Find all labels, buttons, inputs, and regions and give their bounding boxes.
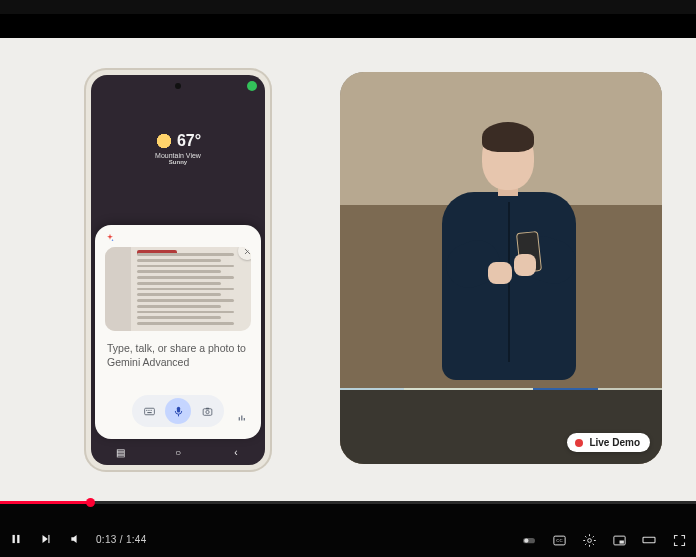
equalizer-icon[interactable] [237, 413, 247, 423]
svg-rect-11 [241, 416, 242, 421]
progress-scrubber[interactable] [86, 498, 95, 507]
photo-table-rows [137, 253, 242, 325]
microphone-button[interactable] [165, 398, 191, 424]
weather-widget: 67° Mountain View Sunny [91, 131, 265, 165]
svg-rect-23 [643, 537, 655, 542]
sun-icon [155, 132, 173, 150]
settings-button[interactable] [580, 531, 598, 549]
svg-point-8 [205, 410, 208, 413]
android-nav-bar: ▤ ○ ‹ [91, 443, 265, 461]
closed-captions-button[interactable]: CC [550, 531, 568, 549]
time-total: 1:44 [126, 534, 147, 545]
miniplayer-button[interactable] [610, 531, 628, 549]
svg-rect-10 [239, 417, 240, 420]
keyboard-button[interactable] [136, 398, 162, 424]
back-button[interactable]: ‹ [227, 447, 245, 458]
phone-screen: 67° Mountain View Sunny [91, 75, 265, 465]
svg-rect-4 [147, 412, 151, 413]
svg-rect-13 [13, 535, 15, 543]
live-demo-panel: Live Demo [340, 72, 662, 464]
gemini-prompt-placeholder[interactable]: Type, talk, or share a photo to Gemini A… [107, 341, 249, 369]
svg-rect-12 [244, 418, 245, 421]
svg-rect-0 [144, 408, 154, 415]
progress-played [0, 501, 90, 504]
play-pause-button[interactable] [6, 529, 26, 549]
recents-button[interactable]: ▤ [111, 447, 129, 458]
camera-punchhole [175, 83, 181, 89]
svg-rect-14 [17, 535, 19, 543]
battery-indicator-icon [247, 81, 257, 91]
gemini-sheet: Type, talk, or share a photo to Gemini A… [95, 225, 261, 439]
svg-text:CC: CC [556, 538, 562, 543]
right-controls: CC [520, 531, 688, 549]
home-button[interactable]: ○ [169, 447, 187, 458]
svg-point-20 [587, 538, 591, 542]
time-current: 0:13 [96, 534, 117, 545]
svg-rect-9 [205, 407, 208, 409]
svg-point-17 [524, 539, 528, 543]
presenter-figure [426, 122, 594, 402]
video-player: 67° Mountain View Sunny [0, 0, 696, 557]
svg-rect-5 [176, 406, 179, 412]
weather-condition: Sunny [91, 159, 265, 165]
temperature-value: 67° [177, 132, 201, 149]
video-frame: 67° Mountain View Sunny [0, 38, 696, 502]
time-display: 0:13 / 1:44 [96, 534, 147, 545]
phone-mockup: 67° Mountain View Sunny [84, 68, 272, 472]
svg-rect-7 [203, 408, 212, 415]
svg-rect-22 [619, 540, 623, 543]
svg-rect-15 [48, 535, 49, 543]
attached-photo-thumbnail[interactable] [105, 247, 251, 331]
svg-rect-2 [148, 409, 149, 410]
live-demo-label: Live Demo [589, 437, 640, 448]
camera-button[interactable] [194, 398, 220, 424]
svg-rect-1 [146, 409, 147, 410]
weather-location: Mountain View [91, 152, 265, 159]
titlebar-region [0, 0, 696, 14]
sparkle-icon [105, 233, 115, 243]
autoplay-toggle[interactable] [520, 531, 538, 549]
left-controls: 0:13 / 1:44 [6, 529, 147, 549]
record-dot-icon [575, 439, 583, 447]
next-button[interactable] [36, 529, 56, 549]
player-controls-bar: 0:13 / 1:44 CC [0, 501, 696, 557]
theater-button[interactable] [640, 531, 658, 549]
input-mode-pill [132, 395, 224, 427]
progress-track[interactable] [0, 501, 696, 504]
volume-button[interactable] [66, 529, 86, 549]
fullscreen-button[interactable] [670, 531, 688, 549]
svg-rect-3 [150, 409, 151, 410]
live-demo-badge: Live Demo [567, 433, 650, 452]
